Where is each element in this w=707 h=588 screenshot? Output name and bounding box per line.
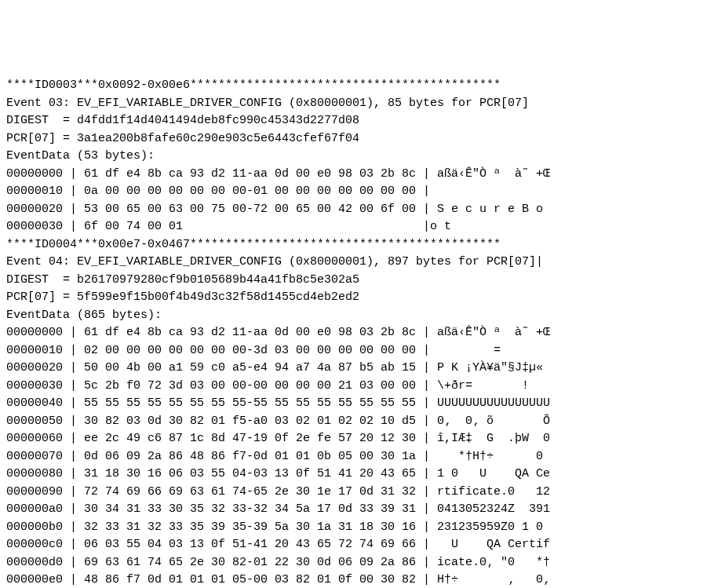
dump-line: 000000a0 | 30 34 31 33 30 35 32 33-32 34… bbox=[6, 501, 701, 519]
dump-line: 00000000 | 61 df e4 8b ca 93 d2 11-aa 0d… bbox=[6, 324, 701, 342]
dump-line: 00000020 | 50 00 4b 00 a1 59 c0 a5-e4 94… bbox=[6, 360, 701, 378]
dump-line: PCR[07] = 3a1ea200b8fafe60c290e903c5e644… bbox=[6, 130, 701, 148]
dump-line: 000000b0 | 32 33 31 32 33 35 39 35-39 5a… bbox=[6, 519, 701, 537]
dump-line: EventData (53 bytes): bbox=[6, 148, 701, 166]
dump-line: 00000000 | 61 df e4 8b ca 93 d2 11-aa 0d… bbox=[6, 166, 701, 184]
dump-line: 000000d0 | 69 63 61 74 65 2e 30 82-01 22… bbox=[6, 554, 701, 572]
dump-line: 00000060 | ee 2c 49 c6 87 1c 8d 47-19 0f… bbox=[6, 430, 701, 448]
dump-line: DIGEST = d4fdd1f14d4041494deb8fc990c4534… bbox=[6, 112, 701, 130]
dump-line: 00000020 | 53 00 65 00 63 00 75 00-72 00… bbox=[6, 201, 701, 219]
dump-line: 00000030 | 6f 00 74 00 01 |o t bbox=[6, 218, 701, 236]
dump-line: 00000030 | 5c 2b f0 72 3d 03 00 00-00 00… bbox=[6, 378, 701, 396]
dump-line: 00000010 | 02 00 00 00 00 00 00 00-3d 03… bbox=[6, 342, 701, 360]
dump-line: 00000040 | 55 55 55 55 55 55 55 55-55 55… bbox=[6, 395, 701, 413]
dump-line: DIGEST = b26170979280cf9b0105689b44a41fb… bbox=[6, 272, 701, 290]
dump-line: 00000070 | 0d 06 09 2a 86 48 86 f7-0d 01… bbox=[6, 448, 701, 466]
hex-dump: ****ID0003***0x0092-0x00e6**************… bbox=[6, 77, 701, 588]
dump-line: ****ID0004***0x00e7-0x0467**************… bbox=[6, 236, 701, 254]
dump-line: 00000080 | 31 18 30 16 06 03 55 04-03 13… bbox=[6, 466, 701, 484]
dump-line: ****ID0003***0x0092-0x00e6**************… bbox=[6, 77, 701, 95]
dump-line: Event 04: EV_EFI_VARIABLE_DRIVER_CONFIG … bbox=[6, 254, 701, 272]
dump-line: PCR[07] = 5f599e9f15b00f4b49d3c32f58d145… bbox=[6, 289, 701, 307]
dump-line: EventData (865 bytes): bbox=[6, 307, 701, 325]
dump-line: 000000e0 | 48 86 f7 0d 01 01 01 05-00 03… bbox=[6, 572, 701, 588]
dump-line: 000000c0 | 06 03 55 04 03 13 0f 51-41 20… bbox=[6, 536, 701, 554]
dump-line: Event 03: EV_EFI_VARIABLE_DRIVER_CONFIG … bbox=[6, 95, 701, 113]
dump-line: 00000090 | 72 74 69 66 69 63 61 74-65 2e… bbox=[6, 484, 701, 502]
dump-line: 00000050 | 30 82 03 0d 30 82 01 f5-a0 03… bbox=[6, 413, 701, 431]
dump-line: 00000010 | 0a 00 00 00 00 00 00 00-01 00… bbox=[6, 183, 701, 201]
